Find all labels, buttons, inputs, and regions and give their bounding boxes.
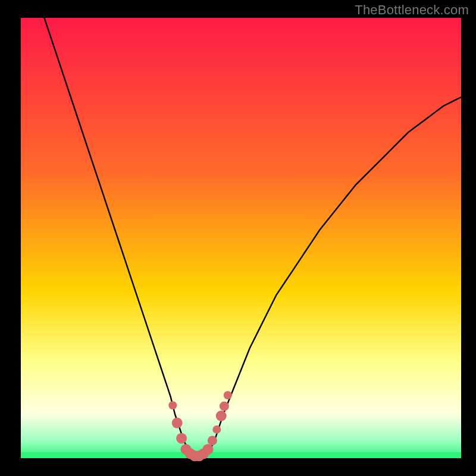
curve-marker <box>203 444 214 455</box>
curve-marker <box>208 436 217 445</box>
bottleneck-chart <box>0 0 476 476</box>
curve-marker <box>172 418 183 428</box>
curve-marker <box>220 402 229 411</box>
plot-background <box>21 18 461 458</box>
chart-frame: TheBottleneck.com <box>0 0 476 476</box>
curve-marker <box>168 401 177 409</box>
green-band <box>21 452 461 458</box>
curve-marker <box>212 425 221 434</box>
curve-marker <box>176 433 187 444</box>
curve-marker <box>216 411 227 421</box>
curve-marker <box>224 391 232 399</box>
